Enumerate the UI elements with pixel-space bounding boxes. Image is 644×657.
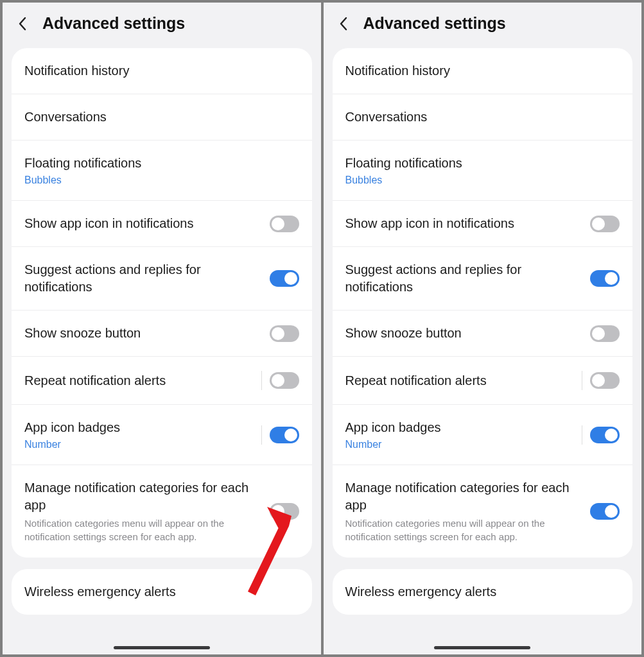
row-wireless-emergency[interactable]: Wireless emergency alerts bbox=[12, 569, 312, 615]
row-show-snooze[interactable]: Show snooze button bbox=[12, 311, 312, 357]
row-wireless-emergency[interactable]: Wireless emergency alerts bbox=[333, 569, 633, 615]
row-label: App icon badges bbox=[345, 419, 579, 436]
row-subtext: Bubbles bbox=[24, 174, 299, 186]
vertical-divider bbox=[261, 425, 262, 445]
settings-group-alerts: Wireless emergency alerts bbox=[12, 569, 312, 615]
row-manage-categories[interactable]: Manage notification categories for each … bbox=[333, 465, 633, 558]
home-indicator[interactable] bbox=[114, 646, 210, 649]
phone-screen-right: Advanced settings Notification history C… bbox=[324, 3, 642, 654]
row-label: Wireless emergency alerts bbox=[24, 583, 299, 601]
row-label: App icon badges bbox=[24, 419, 257, 436]
row-label: Show snooze button bbox=[345, 325, 591, 342]
row-label: Floating notifications bbox=[345, 155, 620, 172]
header: Advanced settings bbox=[324, 3, 642, 48]
toggle-app-icon-badges[interactable] bbox=[590, 427, 620, 443]
row-show-app-icon[interactable]: Show app icon in notifications bbox=[12, 201, 312, 247]
row-label: Show snooze button bbox=[24, 325, 270, 342]
toggle-show-snooze[interactable] bbox=[270, 325, 299, 342]
row-manage-categories[interactable]: Manage notification categories for each … bbox=[12, 465, 312, 558]
row-label: Suggest actions and replies for notifica… bbox=[24, 261, 270, 296]
row-label: Show app icon in notifications bbox=[345, 215, 591, 232]
row-label: Repeat notification alerts bbox=[345, 372, 579, 389]
page-title: Advanced settings bbox=[42, 14, 185, 33]
toggle-repeat-alerts[interactable] bbox=[270, 372, 299, 389]
row-notification-history[interactable]: Notification history bbox=[333, 48, 633, 94]
row-repeat-alerts[interactable]: Repeat notification alerts bbox=[333, 357, 633, 405]
vertical-divider bbox=[582, 425, 582, 445]
row-label: Manage notification categories for each … bbox=[24, 479, 270, 514]
row-conversations[interactable]: Conversations bbox=[12, 94, 312, 141]
row-subtext: Bubbles bbox=[345, 174, 620, 186]
toggle-repeat-alerts[interactable] bbox=[590, 372, 620, 389]
row-repeat-alerts[interactable]: Repeat notification alerts bbox=[12, 357, 312, 405]
home-indicator[interactable] bbox=[434, 646, 530, 649]
row-label: Show app icon in notifications bbox=[24, 215, 270, 232]
row-label: Conversations bbox=[24, 108, 299, 126]
row-description: Notification categories menu will appear… bbox=[345, 517, 591, 543]
row-floating-notifications[interactable]: Floating notifications Bubbles bbox=[12, 141, 312, 201]
toggle-suggest-actions[interactable] bbox=[590, 270, 620, 287]
row-label: Notification history bbox=[24, 62, 299, 80]
row-suggest-actions[interactable]: Suggest actions and replies for notifica… bbox=[12, 247, 312, 311]
settings-group-main: Notification history Conversations Float… bbox=[333, 48, 633, 558]
row-description: Notification categories menu will appear… bbox=[24, 517, 270, 543]
row-label: Manage notification categories for each … bbox=[345, 479, 591, 514]
back-button[interactable] bbox=[17, 18, 28, 30]
row-app-icon-badges[interactable]: App icon badges Number bbox=[12, 405, 312, 465]
row-label: Wireless emergency alerts bbox=[345, 583, 620, 601]
row-suggest-actions[interactable]: Suggest actions and replies for notifica… bbox=[333, 247, 633, 311]
chevron-left-icon bbox=[339, 17, 348, 31]
row-conversations[interactable]: Conversations bbox=[333, 94, 633, 141]
page-title: Advanced settings bbox=[363, 14, 506, 33]
row-notification-history[interactable]: Notification history bbox=[12, 48, 312, 94]
row-app-icon-badges[interactable]: App icon badges Number bbox=[333, 405, 633, 465]
toggle-show-snooze[interactable] bbox=[590, 325, 620, 342]
row-subtext: Number bbox=[345, 438, 579, 450]
row-label: Repeat notification alerts bbox=[24, 372, 257, 389]
row-label: Floating notifications bbox=[24, 155, 299, 172]
toggle-suggest-actions[interactable] bbox=[270, 270, 299, 287]
header: Advanced settings bbox=[3, 3, 321, 48]
row-subtext: Number bbox=[24, 438, 257, 450]
toggle-manage-categories[interactable] bbox=[270, 503, 299, 520]
vertical-divider bbox=[582, 371, 582, 390]
toggle-manage-categories[interactable] bbox=[590, 503, 620, 520]
phone-screen-left: Advanced settings Notification history C… bbox=[3, 3, 321, 654]
toggle-show-app-icon[interactable] bbox=[270, 216, 299, 232]
settings-group-alerts: Wireless emergency alerts bbox=[333, 569, 633, 615]
vertical-divider bbox=[261, 371, 262, 390]
row-label: Conversations bbox=[345, 108, 620, 126]
back-button[interactable] bbox=[338, 18, 349, 30]
settings-group-main: Notification history Conversations Float… bbox=[12, 48, 312, 558]
row-label: Suggest actions and replies for notifica… bbox=[345, 261, 591, 296]
toggle-show-app-icon[interactable] bbox=[590, 216, 620, 232]
row-show-snooze[interactable]: Show snooze button bbox=[333, 311, 633, 357]
toggle-app-icon-badges[interactable] bbox=[270, 427, 299, 443]
chevron-left-icon bbox=[18, 17, 27, 31]
row-floating-notifications[interactable]: Floating notifications Bubbles bbox=[333, 141, 633, 201]
row-label: Notification history bbox=[345, 62, 620, 80]
row-show-app-icon[interactable]: Show app icon in notifications bbox=[333, 201, 633, 247]
